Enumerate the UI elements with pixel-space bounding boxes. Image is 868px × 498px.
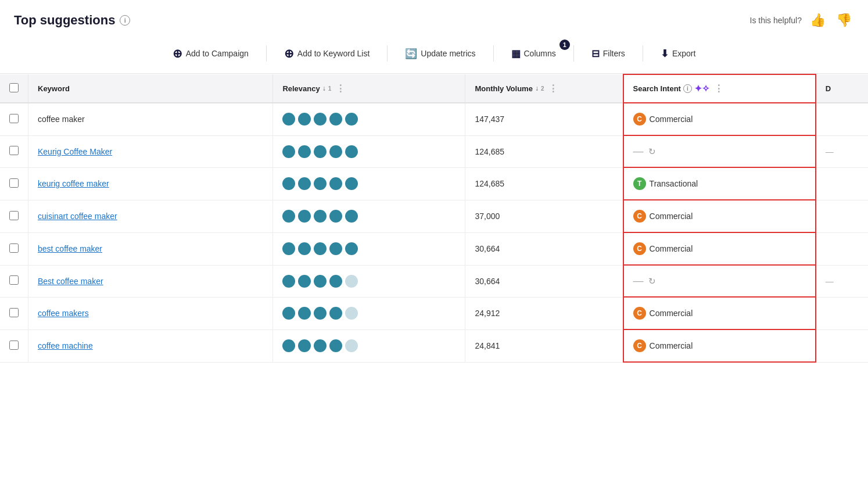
keyword-cell[interactable]: keurig coffee maker [28,167,273,200]
row-checkbox-cell[interactable] [0,329,28,362]
add-to-keyword-list-button[interactable]: ⊕ Add to Keyword List [274,42,381,65]
relevancy-dot [345,210,358,223]
relevancy-sort-arrow[interactable]: ↓ [322,84,326,92]
row-checkbox[interactable] [9,146,19,155]
keyword-cell[interactable]: coffee makers [28,297,273,329]
volume-cell: 147,437 [465,103,623,135]
intent-info-icon[interactable]: i [683,84,692,93]
keyword-link[interactable]: Best coffee maker [38,277,103,286]
row-checkbox-cell[interactable] [0,103,28,135]
col-header-keyword: Keyword [28,74,273,103]
relevancy-dot [314,307,327,320]
col-header-d: D [816,74,868,103]
relevancy-dot [282,339,295,352]
filters-icon: ⊟ [591,48,600,60]
table-row: Keurig Coffee Maker124,685 — ↻ — [0,135,868,167]
keyword-cell[interactable]: best coffee maker [28,232,273,265]
row-checkbox[interactable] [9,308,19,317]
relevancy-dot [314,210,327,223]
helpful-label: Is this helpful? [750,16,802,25]
relevancy-dot [298,145,311,158]
row-checkbox-cell[interactable] [0,232,28,265]
toolbar-divider-4 [573,45,574,62]
add-keyword-list-label: Add to Keyword List [297,49,370,58]
row-checkbox-cell[interactable] [0,200,28,232]
columns-button[interactable]: ▦ Columns [501,43,566,65]
row-checkbox[interactable] [9,211,19,220]
row-checkbox-cell[interactable] [0,297,28,329]
keyword-cell[interactable]: Best coffee maker [28,265,273,297]
col-header-volume: Monthly Volume ↓ 2 ⋮ [465,74,623,103]
keyword-link[interactable]: coffee machine [38,341,93,350]
keyword-cell[interactable]: Keurig Coffee Maker [28,135,273,167]
row-checkbox-cell[interactable] [0,135,28,167]
intent-content: C Commercial [633,339,806,352]
relevancy-cell [273,297,465,329]
update-metrics-button[interactable]: 🔄 Update metrics [394,43,486,65]
table-row: keurig coffee maker124,685 T Transaction… [0,167,868,200]
volume-value: 124,685 [475,179,504,188]
row-checkbox[interactable] [9,114,19,123]
keyword-cell[interactable]: coffee machine [28,329,273,362]
intent-label: Commercial [650,341,693,350]
volume-value: 24,912 [475,309,500,318]
add-keyword-icon: ⊕ [284,46,294,60]
volume-value: 147,437 [475,114,504,124]
title-info-icon[interactable]: i [120,15,130,26]
intent-cell: — ↻ [623,265,816,297]
relevancy-col-menu[interactable]: ⋮ [333,83,347,94]
intent-col-menu[interactable]: ⋮ [712,83,726,94]
row-checkbox[interactable] [9,243,19,253]
commercial-intent-badge: C [633,113,646,126]
keyword-link[interactable]: coffee makers [38,309,89,318]
intent-label: Commercial [650,244,693,253]
table-body: coffee maker147,437 C Commercial Keurig … [0,103,868,362]
row-checkbox-cell[interactable] [0,265,28,297]
row-checkbox[interactable] [9,341,19,350]
col-header-checkbox[interactable] [0,74,28,103]
intent-cell: C Commercial [623,329,816,362]
relevancy-dot [345,275,358,288]
add-to-campaign-button[interactable]: ⊕ Add to Campaign [162,42,259,65]
relevancy-dot [329,242,342,255]
col-header-relevancy: Relevancy ↓ 1 ⋮ [273,74,465,103]
filters-button[interactable]: ⊟ Filters [581,43,636,65]
table-row: coffee machine24,841 C Commercial [0,329,868,362]
row-checkbox-cell[interactable] [0,167,28,200]
keyword-cell[interactable]: cuisinart coffee maker [28,200,273,232]
keyword-link[interactable]: cuisinart coffee maker [38,212,117,221]
relevancy-cell [273,167,465,200]
table-row: Best coffee maker30,664 — ↻ — [0,265,868,297]
thumb-down-icon: 👎 [836,13,852,27]
d-cell [816,167,868,200]
keyword-link[interactable]: keurig coffee maker [38,179,109,188]
export-button[interactable]: ⬇ Export [650,43,706,65]
toolbar-divider-3 [493,45,494,62]
relevancy-dot [282,275,295,288]
relevancy-dot [345,242,358,255]
volume-col-menu[interactable]: ⋮ [546,83,560,94]
volume-cell: 30,664 [465,265,623,297]
volume-sort-num: 2 [541,85,544,92]
reload-icon[interactable]: ↻ [648,146,656,157]
relevancy-col-label: Relevancy [282,84,320,93]
volume-sort-arrow[interactable]: ↓ [535,84,539,92]
thumb-down-button[interactable]: 👎 [834,10,854,30]
select-all-checkbox[interactable] [9,83,19,92]
row-checkbox[interactable] [9,178,19,188]
volume-value: 37,000 [475,212,500,221]
keyword-link[interactable]: Keurig Coffee Maker [38,147,112,156]
intent-loading: — ↻ [633,275,806,287]
dots-container [282,145,455,158]
relevancy-cell [273,103,465,135]
keyword-link[interactable]: best coffee maker [38,244,102,253]
thumb-up-icon: 👍 [810,13,826,27]
dots-container [282,339,455,352]
row-checkbox[interactable] [9,275,19,285]
reload-icon[interactable]: ↻ [648,276,656,286]
volume-cell: 30,664 [465,232,623,265]
toolbar-divider-1 [266,45,267,62]
thumb-up-button[interactable]: 👍 [808,10,828,30]
volume-cell: 124,685 [465,167,623,200]
d-cell [816,297,868,329]
